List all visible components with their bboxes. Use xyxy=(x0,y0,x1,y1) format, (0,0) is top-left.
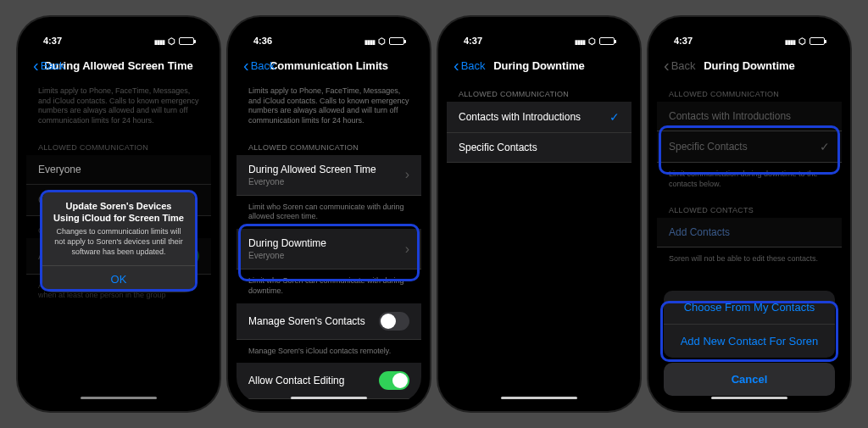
status-indicators xyxy=(364,36,404,46)
wifi-icon xyxy=(798,36,806,46)
phone-4: 4:37 Back During Downtime ALLOWED COMMUN… xyxy=(648,17,850,411)
manage-toggle[interactable] xyxy=(379,312,409,331)
screen: 4:37 Back During Allowed Screen Time Lim… xyxy=(26,25,211,403)
content: ALLOWED COMMUNICATION Contacts with Intr… xyxy=(657,80,842,403)
section-allowed: ALLOWED COMMUNICATION xyxy=(447,80,632,102)
phone-1: 4:37 Back During Allowed Screen Time Lim… xyxy=(18,17,220,411)
back-label: Back xyxy=(251,59,275,72)
row-value: Everyone xyxy=(248,251,326,260)
row-label: Manage Soren's Contacts xyxy=(248,315,365,327)
editing-toggle[interactable] xyxy=(379,371,409,390)
home-indicator[interactable] xyxy=(711,397,787,399)
back-label: Back xyxy=(41,59,65,72)
section-allowed: ALLOWED COMMUNICATION xyxy=(657,80,842,102)
signal-icon xyxy=(785,36,795,46)
row-during-downtime[interactable]: During Downtime Everyone › xyxy=(236,229,421,270)
specific-footer: Limit communication during downtime to t… xyxy=(657,163,842,196)
chevron-right-icon: › xyxy=(405,242,409,257)
screen: 4:36 Back Communication Limits Limits ap… xyxy=(236,25,421,403)
alert-message: Changes to communication limits will not… xyxy=(42,227,195,265)
screen: 4:37 Back During Downtime ALLOWED COMMUN… xyxy=(657,25,842,403)
action-sheet: Choose From My Contacts Add New Contact … xyxy=(664,291,835,396)
row-during-allowed[interactable]: During Allowed Screen Time Everyone › xyxy=(236,155,421,196)
chevron-left-icon xyxy=(453,56,459,75)
status-time: 4:37 xyxy=(674,36,693,46)
sheet-options: Choose From My Contacts Add New Contact … xyxy=(664,291,835,358)
back-button[interactable]: Back xyxy=(453,56,486,75)
battery-icon xyxy=(179,37,194,45)
wifi-icon xyxy=(588,36,596,46)
downtime-footer: Limit who Soren can communicate with dur… xyxy=(236,270,421,303)
intro-text: Limits apply to Phone, FaceTime, Message… xyxy=(236,80,421,133)
status-time: 4:37 xyxy=(464,36,482,46)
alert-ok-button[interactable]: OK xyxy=(42,265,195,292)
signal-icon xyxy=(364,36,375,46)
nav-bar: Back During Downtime xyxy=(447,51,632,80)
notch xyxy=(492,17,586,34)
home-indicator[interactable] xyxy=(291,397,367,399)
alert-dialog: Update Soren's Devices Using iCloud for … xyxy=(42,190,195,293)
row-label: Specific Contacts xyxy=(669,141,748,153)
check-icon: ✓ xyxy=(609,110,620,124)
chevron-left-icon xyxy=(664,56,670,75)
home-indicator[interactable] xyxy=(501,397,577,399)
content: Limits apply to Phone, FaceTime, Message… xyxy=(236,80,421,403)
sheet-cancel-button[interactable]: Cancel xyxy=(664,363,835,396)
row-label: During Downtime xyxy=(248,237,326,249)
chevron-right-icon: › xyxy=(405,167,409,182)
check-icon: ✓ xyxy=(820,140,830,153)
row-value: Everyone xyxy=(248,177,376,186)
back-button[interactable]: Back xyxy=(664,56,696,75)
row-label: Contacts with Introductions xyxy=(459,111,581,123)
battery-icon xyxy=(389,37,404,45)
notch xyxy=(703,17,796,34)
row-specific-contacts[interactable]: Specific Contacts xyxy=(447,133,632,163)
back-label: Back xyxy=(461,59,486,72)
row-contacts-introductions[interactable]: Contacts with Introductions xyxy=(657,102,842,131)
row-label: Contacts with Introductions xyxy=(669,110,791,122)
status-indicators xyxy=(575,36,615,46)
chevron-left-icon xyxy=(33,56,39,75)
sheet-add-button[interactable]: Add New Contact For Soren xyxy=(664,325,835,358)
chevron-left-icon xyxy=(243,56,249,75)
contacts-footer: Soren will not be able to edit these con… xyxy=(657,247,842,271)
content: Limits apply to Phone, FaceTime, Message… xyxy=(26,80,211,403)
notch xyxy=(282,17,376,34)
row-contacts-introductions[interactable]: Contacts with Introductions ✓ xyxy=(447,102,632,133)
section-allowed: ALLOWED COMMUNICATION xyxy=(236,133,421,155)
allowed-footer: Limit who Soren can communicate with dur… xyxy=(236,196,421,229)
screen: 4:37 Back During Downtime ALLOWED COMMUN… xyxy=(447,25,632,403)
wifi-icon xyxy=(168,36,175,46)
nav-bar: Back During Downtime xyxy=(657,51,842,80)
row-add-contacts[interactable]: Add Contacts xyxy=(657,218,842,247)
battery-icon xyxy=(599,37,615,45)
row-label: Add Contacts xyxy=(669,226,730,238)
content: ALLOWED COMMUNICATION Contacts with Intr… xyxy=(447,80,632,403)
status-time: 4:36 xyxy=(253,36,272,46)
back-label: Back xyxy=(671,59,696,72)
wifi-icon xyxy=(378,36,386,46)
battery-icon xyxy=(810,37,825,45)
back-button[interactable]: Back xyxy=(243,56,275,75)
signal-icon xyxy=(154,36,164,46)
nav-bar: Back During Allowed Screen Time xyxy=(26,51,211,80)
row-specific-contacts[interactable]: Specific Contacts ✓ xyxy=(657,131,842,163)
row-label: During Allowed Screen Time xyxy=(248,164,376,175)
row-allow-editing[interactable]: Allow Contact Editing xyxy=(236,363,421,399)
section-contacts: ALLOWED CONTACTS xyxy=(657,196,842,218)
row-label: Specific Contacts xyxy=(459,142,537,153)
signal-icon xyxy=(575,36,585,46)
nav-bar: Back Communication Limits xyxy=(236,51,421,80)
row-label: Allow Contact Editing xyxy=(248,375,344,386)
sheet-choose-button[interactable]: Choose From My Contacts xyxy=(664,291,835,325)
status-time: 4:37 xyxy=(43,36,62,46)
phone-2: 4:36 Back Communication Limits Limits ap… xyxy=(228,17,430,411)
status-indicators xyxy=(785,36,825,46)
alert-backdrop: Update Soren's Devices Using iCloud for … xyxy=(26,80,211,403)
notch xyxy=(72,17,165,34)
row-manage-contacts[interactable]: Manage Soren's Contacts xyxy=(236,303,421,340)
status-indicators xyxy=(154,36,194,46)
phone-3: 4:37 Back During Downtime ALLOWED COMMUN… xyxy=(438,17,640,411)
back-button[interactable]: Back xyxy=(33,56,65,75)
alert-title: Update Soren's Devices Using iCloud for … xyxy=(42,190,195,228)
